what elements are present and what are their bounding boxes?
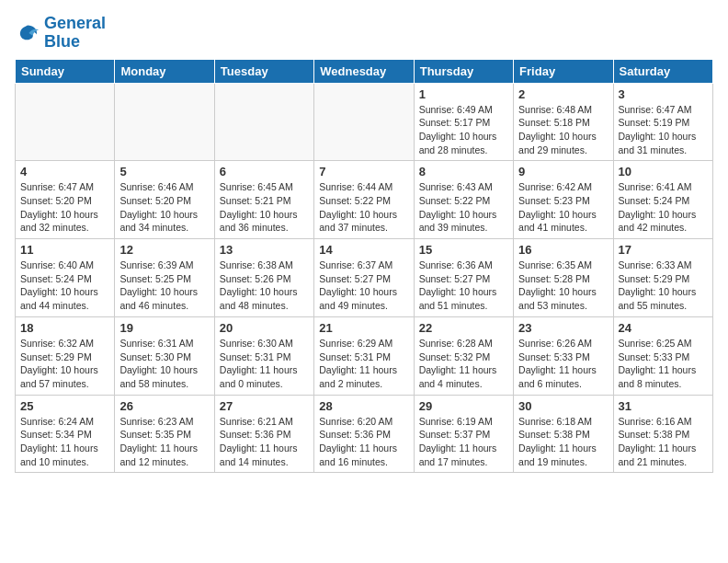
calendar-cell: 1Sunrise: 6:49 AM Sunset: 5:17 PM Daylig… <box>414 83 513 161</box>
calendar-cell: 27Sunrise: 6:21 AM Sunset: 5:36 PM Dayli… <box>214 395 313 473</box>
logo-icon <box>15 20 40 46</box>
day-number: 16 <box>518 243 608 257</box>
calendar-cell: 13Sunrise: 6:38 AM Sunset: 5:26 PM Dayli… <box>214 239 313 317</box>
calendar-cell: 5Sunrise: 6:46 AM Sunset: 5:20 PM Daylig… <box>115 161 214 239</box>
calendar-cell: 11Sunrise: 6:40 AM Sunset: 5:24 PM Dayli… <box>16 239 115 317</box>
logo-text: General Blue <box>44 15 106 52</box>
calendar-cell <box>16 83 115 161</box>
calendar-cell: 29Sunrise: 6:19 AM Sunset: 5:37 PM Dayli… <box>414 395 513 473</box>
calendar-cell: 22Sunrise: 6:28 AM Sunset: 5:32 PM Dayli… <box>414 316 513 395</box>
calendar-cell <box>115 83 214 161</box>
calendar-week-1: 1Sunrise: 6:49 AM Sunset: 5:17 PM Daylig… <box>16 83 713 161</box>
day-info: Sunrise: 6:28 AM Sunset: 5:32 PM Dayligh… <box>419 337 508 391</box>
day-number: 4 <box>20 165 109 178</box>
day-number: 23 <box>518 321 608 335</box>
day-number: 30 <box>518 399 608 413</box>
page-header: General Blue <box>15 15 713 52</box>
day-info: Sunrise: 6:24 AM Sunset: 5:34 PM Dayligh… <box>20 415 109 469</box>
day-number: 5 <box>119 165 209 178</box>
calendar-cell: 19Sunrise: 6:31 AM Sunset: 5:30 PM Dayli… <box>115 316 214 395</box>
calendar-week-4: 18Sunrise: 6:32 AM Sunset: 5:29 PM Dayli… <box>16 316 713 395</box>
day-number: 20 <box>220 321 309 335</box>
day-info: Sunrise: 6:47 AM Sunset: 5:19 PM Dayligh… <box>619 103 708 157</box>
day-info: Sunrise: 6:23 AM Sunset: 5:35 PM Dayligh… <box>119 415 209 469</box>
calendar-cell: 10Sunrise: 6:41 AM Sunset: 5:24 PM Dayli… <box>613 161 712 239</box>
day-info: Sunrise: 6:37 AM Sunset: 5:27 PM Dayligh… <box>319 259 408 313</box>
day-info: Sunrise: 6:39 AM Sunset: 5:25 PM Dayligh… <box>119 259 209 313</box>
logo: General Blue <box>15 15 106 52</box>
calendar-cell: 14Sunrise: 6:37 AM Sunset: 5:27 PM Dayli… <box>314 239 414 317</box>
day-info: Sunrise: 6:16 AM Sunset: 5:38 PM Dayligh… <box>619 415 708 469</box>
day-number: 19 <box>119 321 209 335</box>
calendar-cell: 30Sunrise: 6:18 AM Sunset: 5:38 PM Dayli… <box>514 395 613 473</box>
day-info: Sunrise: 6:40 AM Sunset: 5:24 PM Dayligh… <box>20 259 109 313</box>
weekday-header-wednesday: Wednesday <box>314 59 414 83</box>
day-number: 18 <box>20 321 109 335</box>
day-info: Sunrise: 6:42 AM Sunset: 5:23 PM Dayligh… <box>518 180 608 235</box>
calendar-cell: 24Sunrise: 6:25 AM Sunset: 5:33 PM Dayli… <box>613 316 712 395</box>
calendar-cell: 15Sunrise: 6:36 AM Sunset: 5:27 PM Dayli… <box>414 239 513 317</box>
weekday-header-tuesday: Tuesday <box>214 59 313 83</box>
day-info: Sunrise: 6:18 AM Sunset: 5:38 PM Dayligh… <box>518 415 608 469</box>
calendar-cell: 2Sunrise: 6:48 AM Sunset: 5:18 PM Daylig… <box>514 83 613 161</box>
day-number: 13 <box>220 243 309 257</box>
day-number: 3 <box>619 87 708 101</box>
calendar-cell: 6Sunrise: 6:45 AM Sunset: 5:21 PM Daylig… <box>214 161 313 239</box>
day-number: 2 <box>518 87 608 101</box>
day-info: Sunrise: 6:29 AM Sunset: 5:31 PM Dayligh… <box>319 337 408 391</box>
day-number: 8 <box>419 165 508 178</box>
day-number: 22 <box>419 321 508 335</box>
day-number: 29 <box>419 399 508 413</box>
calendar-table: SundayMondayTuesdayWednesdayThursdayFrid… <box>15 59 713 474</box>
day-number: 25 <box>20 399 109 413</box>
calendar-cell: 3Sunrise: 6:47 AM Sunset: 5:19 PM Daylig… <box>613 83 712 161</box>
day-number: 26 <box>119 399 209 413</box>
weekday-header-friday: Friday <box>514 59 613 83</box>
day-info: Sunrise: 6:44 AM Sunset: 5:22 PM Dayligh… <box>319 180 408 235</box>
day-info: Sunrise: 6:46 AM Sunset: 5:20 PM Dayligh… <box>119 180 209 235</box>
day-info: Sunrise: 6:49 AM Sunset: 5:17 PM Dayligh… <box>419 103 508 157</box>
day-info: Sunrise: 6:38 AM Sunset: 5:26 PM Dayligh… <box>220 259 309 313</box>
day-info: Sunrise: 6:43 AM Sunset: 5:22 PM Dayligh… <box>419 180 508 235</box>
day-info: Sunrise: 6:33 AM Sunset: 5:29 PM Dayligh… <box>619 259 708 313</box>
calendar-cell: 4Sunrise: 6:47 AM Sunset: 5:20 PM Daylig… <box>16 161 115 239</box>
calendar-week-2: 4Sunrise: 6:47 AM Sunset: 5:20 PM Daylig… <box>16 161 713 239</box>
calendar-cell: 25Sunrise: 6:24 AM Sunset: 5:34 PM Dayli… <box>16 395 115 473</box>
calendar-cell: 23Sunrise: 6:26 AM Sunset: 5:33 PM Dayli… <box>514 316 613 395</box>
day-number: 21 <box>319 321 408 335</box>
day-info: Sunrise: 6:41 AM Sunset: 5:24 PM Dayligh… <box>619 180 708 235</box>
calendar-cell: 12Sunrise: 6:39 AM Sunset: 5:25 PM Dayli… <box>115 239 214 317</box>
day-number: 6 <box>220 165 309 178</box>
day-info: Sunrise: 6:21 AM Sunset: 5:36 PM Dayligh… <box>220 415 309 469</box>
calendar-cell: 18Sunrise: 6:32 AM Sunset: 5:29 PM Dayli… <box>16 316 115 395</box>
calendar-week-3: 11Sunrise: 6:40 AM Sunset: 5:24 PM Dayli… <box>16 239 713 317</box>
day-number: 31 <box>619 399 708 413</box>
day-info: Sunrise: 6:45 AM Sunset: 5:21 PM Dayligh… <box>220 180 309 235</box>
weekday-header-thursday: Thursday <box>414 59 513 83</box>
day-number: 10 <box>619 165 708 178</box>
calendar-cell: 26Sunrise: 6:23 AM Sunset: 5:35 PM Dayli… <box>115 395 214 473</box>
day-number: 11 <box>20 243 109 257</box>
weekday-header-sunday: Sunday <box>16 59 115 83</box>
day-number: 15 <box>419 243 508 257</box>
day-number: 9 <box>518 165 608 178</box>
day-info: Sunrise: 6:48 AM Sunset: 5:18 PM Dayligh… <box>518 103 608 157</box>
weekday-header-saturday: Saturday <box>613 59 712 83</box>
calendar-cell: 7Sunrise: 6:44 AM Sunset: 5:22 PM Daylig… <box>314 161 414 239</box>
calendar-cell <box>314 83 414 161</box>
calendar-cell: 21Sunrise: 6:29 AM Sunset: 5:31 PM Dayli… <box>314 316 414 395</box>
day-info: Sunrise: 6:35 AM Sunset: 5:28 PM Dayligh… <box>518 259 608 313</box>
day-number: 7 <box>319 165 408 178</box>
day-number: 1 <box>419 87 508 101</box>
calendar-cell: 9Sunrise: 6:42 AM Sunset: 5:23 PM Daylig… <box>514 161 613 239</box>
day-info: Sunrise: 6:20 AM Sunset: 5:36 PM Dayligh… <box>319 415 408 469</box>
weekday-header-row: SundayMondayTuesdayWednesdayThursdayFrid… <box>16 59 713 83</box>
day-number: 27 <box>220 399 309 413</box>
day-number: 28 <box>319 399 408 413</box>
weekday-header-monday: Monday <box>115 59 214 83</box>
day-info: Sunrise: 6:19 AM Sunset: 5:37 PM Dayligh… <box>419 415 508 469</box>
day-number: 24 <box>619 321 708 335</box>
day-number: 14 <box>319 243 408 257</box>
calendar-cell: 17Sunrise: 6:33 AM Sunset: 5:29 PM Dayli… <box>613 239 712 317</box>
day-info: Sunrise: 6:31 AM Sunset: 5:30 PM Dayligh… <box>119 337 209 391</box>
